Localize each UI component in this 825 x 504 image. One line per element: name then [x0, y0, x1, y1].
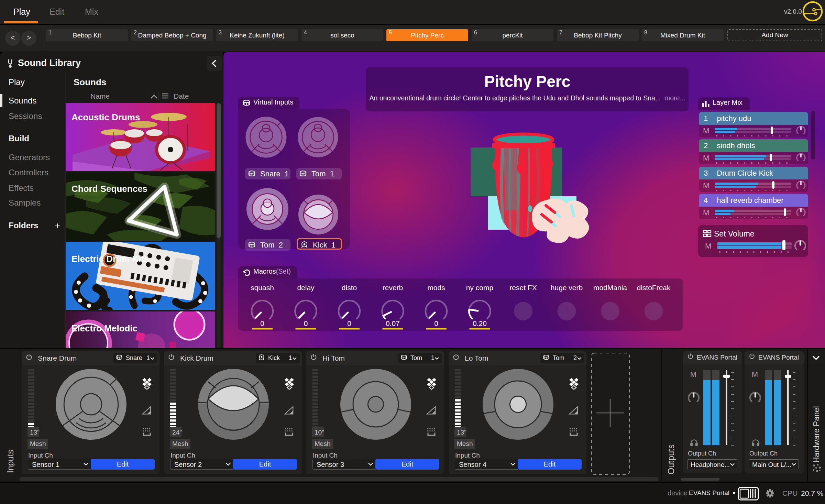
- svg-text:Input Ch: Input Ch: [455, 452, 480, 459]
- svg-text:Snare: Snare: [126, 354, 142, 361]
- svg-text:0: 0: [347, 319, 351, 327]
- svg-text:ny comp: ny comp: [466, 284, 493, 292]
- svg-text:distoFreak: distoFreak: [637, 284, 671, 292]
- svg-text:Tom: Tom: [553, 354, 564, 361]
- svg-text:0: 0: [304, 319, 308, 327]
- svg-text:reverb: reverb: [383, 284, 403, 292]
- svg-text:mods: mods: [427, 284, 445, 292]
- svg-text:0.20: 0.20: [473, 319, 487, 327]
- svg-text:Kick: Kick: [268, 354, 280, 361]
- svg-text:M: M: [690, 370, 696, 379]
- svg-text:Mesh: Mesh: [457, 440, 473, 447]
- svg-text:Input Ch: Input Ch: [28, 452, 53, 459]
- svg-text:1: 1: [431, 354, 434, 361]
- svg-text:24": 24": [172, 429, 182, 436]
- svg-text:Mesh: Mesh: [315, 440, 330, 447]
- svg-text:2: 2: [573, 354, 577, 361]
- svg-text:0: 0: [434, 319, 438, 327]
- svg-text:13": 13": [457, 429, 466, 436]
- svg-text:0.07: 0.07: [386, 319, 400, 327]
- svg-text:Tom: Tom: [410, 354, 422, 361]
- svg-text:disto: disto: [342, 284, 357, 292]
- svg-text:1: 1: [146, 354, 150, 361]
- svg-text:modMania: modMania: [593, 284, 627, 292]
- svg-text:delay: delay: [297, 284, 315, 292]
- svg-text:huge verb: huge verb: [551, 284, 583, 292]
- svg-text:0: 0: [260, 319, 264, 327]
- svg-text:Mesh: Mesh: [172, 440, 188, 447]
- svg-text:M: M: [752, 370, 758, 379]
- svg-text:Input Ch: Input Ch: [313, 452, 338, 459]
- svg-text:Mesh: Mesh: [30, 440, 46, 447]
- svg-text:13": 13": [30, 429, 40, 436]
- svg-text:Input Ch: Input Ch: [170, 452, 195, 459]
- svg-text:10": 10": [315, 429, 324, 436]
- svg-text:reset FX: reset FX: [509, 284, 537, 292]
- svg-text:1: 1: [289, 354, 292, 361]
- svg-text:squash: squash: [251, 284, 274, 292]
